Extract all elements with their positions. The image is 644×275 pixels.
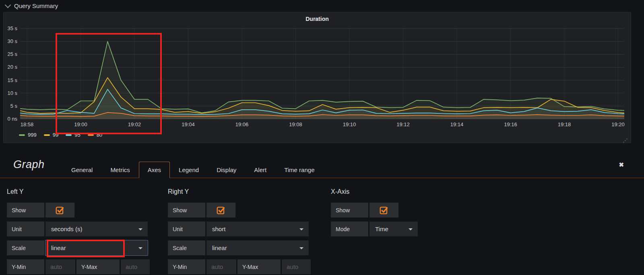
right-y-scale-select[interactable]: linear (206, 240, 309, 255)
right-y-unit-label: Unit (168, 222, 205, 236)
checked-checkbox-icon (55, 205, 65, 215)
section-x-axis: X-Axis Show Mode Time (331, 188, 418, 240)
left-y-ymin-input[interactable] (45, 259, 75, 274)
legend-label: 999 (28, 132, 37, 138)
legend-item-999[interactable]: 999 (19, 132, 37, 138)
svg-text:19:20: 19:20 (611, 121, 625, 127)
svg-text:19:06: 19:06 (235, 121, 249, 127)
legend-color-dash (44, 134, 50, 136)
chevron-down-icon (138, 247, 142, 249)
tab-time-range[interactable]: Time range (275, 162, 323, 178)
tab-legend[interactable]: Legend (170, 162, 208, 178)
tab-alert[interactable]: Alert (245, 162, 275, 178)
left-y-show-label: Show (7, 203, 44, 218)
left-y-show-checkbox[interactable] (45, 203, 74, 218)
section-heading: Left Y (7, 188, 150, 196)
left-y-scale-select[interactable]: linear (45, 240, 148, 255)
panel-title[interactable]: Duration (4, 16, 631, 22)
duration-chart[interactable]: 0 ns5 s10 s15 s20 s25 s30 s35 s18:5819:0… (4, 12, 632, 144)
right-y-scale-label: Scale (168, 240, 205, 255)
right-y-ymin-label: Y-Min (168, 259, 205, 274)
chevron-down-icon (299, 247, 303, 249)
legend-label: 95 (74, 132, 80, 138)
tab-axes[interactable]: Axes (139, 162, 170, 178)
svg-text:19:04: 19:04 (182, 121, 195, 127)
svg-text:5 s: 5 s (10, 103, 18, 109)
svg-text:19:14: 19:14 (450, 121, 464, 127)
svg-text:15 s: 15 s (7, 77, 17, 83)
close-icon[interactable]: ✖ (619, 162, 624, 168)
legend-item-80[interactable]: 80 (88, 132, 102, 138)
chevron-down-icon (409, 228, 413, 230)
svg-text:10 s: 10 s (7, 90, 17, 96)
right-y-ymax-input[interactable] (282, 259, 311, 274)
svg-text:30 s: 30 s (7, 38, 17, 44)
left-y-unit-select[interactable]: seconds (s) (45, 222, 148, 236)
right-y-unit-select[interactable]: short (206, 222, 309, 236)
svg-text:18:58: 18:58 (21, 121, 34, 127)
x-axis-mode-label: Mode (331, 222, 368, 236)
left-y-unit-label: Unit (7, 222, 44, 236)
right-y-ymax-label: Y-Max (237, 259, 281, 274)
legend-color-dash (19, 134, 25, 136)
right-y-show-checkbox[interactable] (206, 203, 235, 218)
right-y-show-label: Show (168, 203, 205, 218)
left-y-scale-label: Scale (7, 240, 44, 255)
tab-display[interactable]: Display (208, 162, 245, 178)
legend-label: 80 (97, 132, 102, 138)
legend-item-99[interactable]: 99 (44, 132, 58, 138)
duration-panel: 0 ns5 s10 s15 s20 s25 s30 s35 s18:5819:0… (3, 12, 631, 143)
section-heading: X-Axis (331, 188, 418, 196)
section-right-y: Right Y Show Unit short Scale linear Y-M… (168, 188, 311, 275)
svg-text:35 s: 35 s (7, 25, 17, 31)
chevron-down-icon (138, 228, 142, 230)
editor-tabs: General Metrics Axes Legend Display Aler… (62, 162, 323, 178)
legend-item-95[interactable]: 95 (66, 132, 80, 138)
svg-text:19:16: 19:16 (504, 121, 517, 127)
row-query-summary[interactable]: Query Summary (0, 0, 644, 11)
panel-editor-header: Graph General Metrics Axes Legend Displa… (0, 155, 644, 178)
svg-text:0 ns: 0 ns (7, 116, 17, 122)
row-title: Query Summary (14, 2, 58, 9)
editor-title: Graph (13, 158, 45, 171)
tab-metrics[interactable]: Metrics (101, 162, 138, 178)
section-left-y: Left Y Show Unit seconds (s) Scale linea… (7, 188, 150, 275)
x-axis-show-checkbox[interactable] (369, 203, 398, 218)
svg-text:19:00: 19:00 (74, 121, 87, 127)
svg-text:20 s: 20 s (7, 64, 17, 70)
svg-text:19:02: 19:02 (128, 121, 141, 127)
tab-general[interactable]: General (62, 162, 101, 178)
svg-text:19:08: 19:08 (289, 121, 302, 127)
legend-color-dash (88, 134, 94, 136)
chevron-down-icon (299, 228, 303, 230)
svg-text:19:18: 19:18 (558, 121, 571, 127)
section-heading: Right Y (168, 188, 311, 196)
chevron-down-icon (5, 2, 11, 8)
legend-color-dash (66, 134, 72, 136)
left-y-ymin-label: Y-Min (7, 259, 44, 274)
svg-text:25 s: 25 s (7, 51, 17, 57)
left-y-ymax-input[interactable] (121, 259, 150, 274)
svg-text:19:12: 19:12 (396, 121, 410, 127)
x-axis-show-label: Show (331, 203, 368, 218)
panel-resize-handle[interactable] (626, 138, 627, 140)
chart-legend: 999999580 (19, 132, 102, 138)
checked-checkbox-icon (379, 205, 389, 215)
left-y-ymax-label: Y-Max (76, 259, 120, 274)
svg-text:19:10: 19:10 (343, 121, 356, 127)
checked-checkbox-icon (216, 205, 226, 215)
x-axis-mode-select[interactable]: Time (369, 222, 418, 236)
right-y-ymin-input[interactable] (206, 259, 236, 274)
legend-label: 99 (53, 132, 58, 138)
